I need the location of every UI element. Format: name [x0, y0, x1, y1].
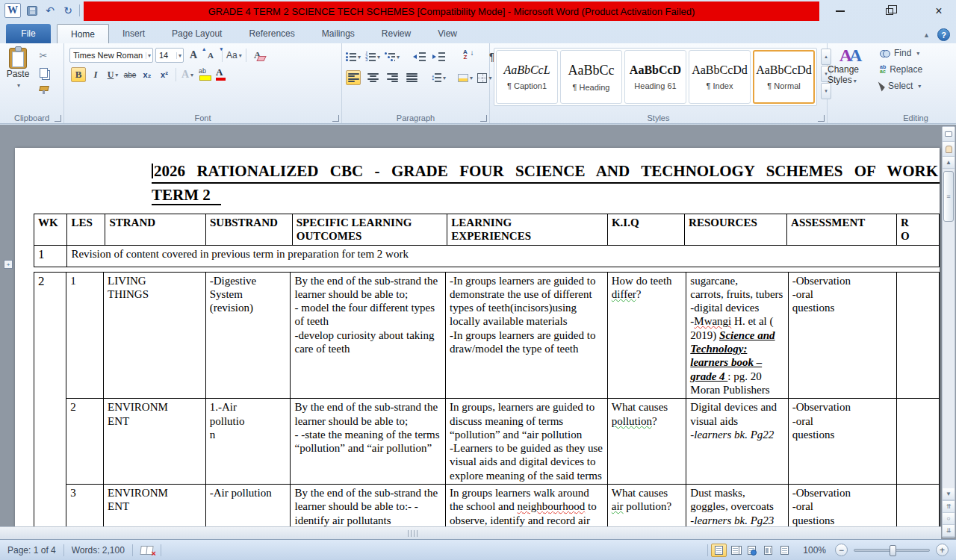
clear-formatting-button[interactable]: [250, 48, 265, 63]
select-browse-object-button[interactable]: ○: [943, 513, 955, 525]
cell-experiences[interactable]: In groups, learners are guided to discus…: [446, 399, 608, 485]
multilevel-list-button[interactable]: [385, 49, 400, 64]
cut-button[interactable]: [36, 48, 51, 63]
cell-remarks[interactable]: [897, 399, 940, 485]
style-heading[interactable]: AaBbCc ¶ Heading: [560, 50, 622, 104]
align-center-button[interactable]: [365, 70, 380, 85]
minimize-ribbon-icon[interactable]: ▲: [923, 31, 930, 39]
format-painter-button[interactable]: [36, 82, 51, 97]
save-button[interactable]: [25, 4, 39, 17]
font-dialog-launcher[interactable]: [332, 115, 339, 122]
horizontal-scrollbar-grip[interactable]: [408, 530, 420, 537]
cell-experiences[interactable]: -In groups learners are guided to demons…: [446, 272, 608, 399]
header-assessment[interactable]: ASSESSMENT: [787, 214, 897, 246]
draft-view-button[interactable]: [777, 544, 792, 557]
grow-font-button[interactable]: A: [186, 48, 201, 63]
paste-dropdown-icon[interactable]: [16, 79, 20, 90]
cell-remarks[interactable]: [897, 272, 940, 399]
cell-experiences[interactable]: In groups learners walk around the schoo…: [446, 485, 608, 527]
cell-assessment[interactable]: -Observation -oral questions: [788, 272, 897, 399]
table-move-handle[interactable]: +: [4, 260, 13, 269]
superscript-button[interactable]: [157, 67, 172, 82]
repeat-button[interactable]: ↻: [61, 4, 75, 17]
header-strand[interactable]: STRAND: [105, 214, 206, 246]
decrease-indent-button[interactable]: [412, 49, 426, 64]
cell-kiq[interactable]: What causes air pollution?: [607, 485, 686, 527]
cell-strand[interactable]: LIVING THINGS: [103, 272, 205, 399]
outline-view-button[interactable]: [760, 544, 776, 557]
header-experiences[interactable]: LEARNING EXPERIENCES: [447, 214, 608, 246]
cell-substrand[interactable]: 1.-Air pollutio n: [205, 399, 291, 485]
justify-button[interactable]: [404, 70, 419, 85]
cell-resources[interactable]: sugarcane, carrots, fruits, tubers -digi…: [686, 272, 788, 399]
undo-button[interactable]: ↶: [43, 4, 57, 17]
tab-home[interactable]: Home: [57, 24, 109, 43]
full-screen-reading-button[interactable]: [727, 544, 743, 557]
shading-button[interactable]: [458, 70, 473, 85]
cell-revision-text[interactable]: Revision of content covered in previous …: [67, 245, 940, 267]
cell-les[interactable]: 3: [66, 485, 104, 527]
cell-outcomes[interactable]: By the end of the sub-strand the learner…: [291, 485, 446, 527]
pan-button[interactable]: [943, 142, 955, 157]
select-button[interactable]: Select: [880, 81, 922, 91]
horizontal-scrollbar[interactable]: [0, 526, 941, 539]
shrink-font-button[interactable]: A: [203, 48, 218, 63]
header-substrand[interactable]: SUBSTRAND: [206, 214, 293, 246]
increase-indent-button[interactable]: [431, 49, 446, 64]
style-index[interactable]: AaBbCcDd ¶ Index: [689, 50, 751, 104]
tab-view[interactable]: View: [424, 24, 471, 43]
italic-button[interactable]: [88, 67, 103, 82]
header-outcomes[interactable]: SPECIFIC LEARNING OUTCOMES: [292, 214, 447, 246]
style-caption1[interactable]: AaBbCcL ¶ Caption1: [496, 50, 558, 104]
change-case-button[interactable]: [226, 48, 242, 63]
vertical-scrollbar[interactable]: ▲ ≡ ▼ ⇈ ○ ⇊: [942, 126, 955, 538]
style-heading6[interactable]: AaBbCcD Heading 61: [624, 50, 686, 104]
highlight-button[interactable]: [197, 67, 212, 82]
tab-review[interactable]: Review: [368, 24, 424, 43]
scroll-up-button[interactable]: ▲: [943, 157, 955, 169]
line-spacing-button[interactable]: [431, 70, 446, 85]
web-layout-button[interactable]: [744, 544, 760, 557]
cell-outcomes[interactable]: By the end of the sub-strand the learner…: [291, 399, 446, 485]
cell-substrand[interactable]: -Digestive System (revision): [205, 272, 291, 399]
header-remarks[interactable]: R O: [896, 214, 939, 246]
zoom-level[interactable]: 100%: [803, 545, 826, 556]
cell-assessment[interactable]: -Observation -oral questions: [788, 485, 897, 527]
cell-kiq[interactable]: How do teeth differ?: [607, 272, 686, 399]
tab-page-layout[interactable]: Page Layout: [158, 24, 235, 43]
strikethrough-button[interactable]: [122, 67, 137, 82]
scroll-down-button[interactable]: ▼: [943, 488, 955, 500]
previous-page-button[interactable]: ⇈: [943, 501, 955, 513]
cell-strand[interactable]: ENVIRONM ENT: [103, 399, 205, 485]
find-button[interactable]: Find: [880, 48, 922, 58]
align-right-button[interactable]: [385, 70, 400, 85]
zoom-out-button[interactable]: −: [835, 544, 848, 556]
view-ruler-toggle[interactable]: [943, 127, 955, 142]
minimize-button[interactable]: [831, 4, 850, 19]
bullets-button[interactable]: [346, 49, 361, 64]
clipboard-dialog-launcher[interactable]: [55, 115, 61, 122]
help-button[interactable]: ?: [937, 28, 950, 41]
cell-outcomes[interactable]: By the end of the sub-strand the learner…: [291, 272, 446, 399]
header-les[interactable]: LES: [67, 214, 105, 246]
header-wk[interactable]: WK: [34, 214, 67, 246]
zoom-slider[interactable]: [854, 549, 930, 552]
proofing-status[interactable]: [133, 540, 161, 560]
cell-les[interactable]: 1: [66, 272, 104, 399]
word-logo-icon[interactable]: W: [4, 3, 21, 18]
subscript-button[interactable]: [140, 67, 155, 82]
document-page[interactable]: 2026 RATIONALIZED CBC - GRADE FOUR SCIEN…: [15, 148, 940, 527]
tab-file[interactable]: File: [6, 24, 51, 43]
cell-week-1[interactable]: 1: [34, 245, 67, 267]
scrollbar-thumb[interactable]: ≡: [943, 171, 954, 222]
cell-week-2[interactable]: 2: [34, 272, 66, 527]
word-count[interactable]: Words: 2,100: [64, 540, 132, 560]
sort-button[interactable]: AZ: [458, 49, 473, 64]
cell-resources[interactable]: Dust masks, goggles, overcoats -learners…: [686, 485, 788, 527]
zoom-slider-handle[interactable]: [890, 545, 896, 556]
change-styles-button[interactable]: AA Change Styles: [828, 46, 874, 85]
cell-kiq[interactable]: What causes pollution?: [607, 399, 686, 485]
font-size-combo[interactable]: 14▾: [155, 48, 184, 63]
paragraph-dialog-launcher[interactable]: [480, 115, 487, 122]
paste-button[interactable]: Paste: [2, 46, 34, 90]
